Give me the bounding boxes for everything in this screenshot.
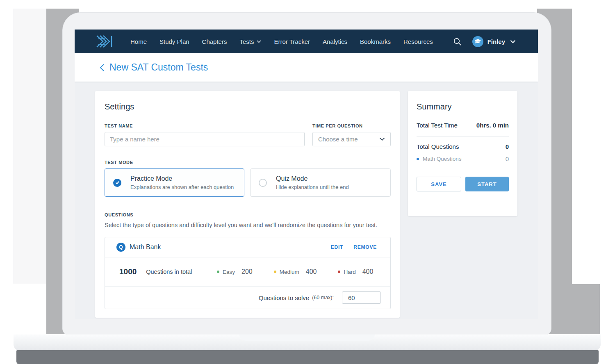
total-test-time-row: Total Test Time 0hrs. 0 min <box>417 122 509 129</box>
edit-bank-link[interactable]: EDIT <box>331 244 344 250</box>
total-questions-value: 0 <box>506 143 509 150</box>
laptop-mockup: Home Study Plan Chapters Tests Error Tra… <box>0 0 615 364</box>
settings-card: Settings TEST NAME TIME PER QUESTION Cho… <box>95 91 400 318</box>
total-question-label: Questions in total <box>146 268 192 275</box>
easy-difficulty-item: Easy 200 <box>217 268 253 275</box>
laptop-deck <box>14 334 601 351</box>
nav-right-cluster: Finley <box>453 36 516 47</box>
summary-card: Summary Total Test Time 0hrs. 0 min Tota… <box>408 91 517 216</box>
test-name-input[interactable] <box>105 132 305 146</box>
total-questions-row: Total Questions 0 <box>417 143 509 150</box>
question-bank-card: Q Math Bank EDIT REMOVE 1000 Questions i… <box>105 237 391 309</box>
time-per-question-select[interactable]: Choose a time <box>312 132 391 146</box>
laptop-base-shadow <box>16 350 599 364</box>
question-bank-icon: Q <box>116 243 125 252</box>
page-title-bar: New SAT Custom Tests <box>75 53 538 82</box>
quiz-mode-description: Hide explanations until the end <box>276 184 349 190</box>
total-test-time-value: 0hrs. 0 min <box>476 122 509 129</box>
bank-name: Math Bank <box>130 243 161 251</box>
backdrop-light-block <box>13 9 47 284</box>
practice-mode-option[interactable]: Practice Mode Explanations are shown aft… <box>105 168 244 197</box>
questions-description: Select the type of questions and difficu… <box>105 222 391 228</box>
math-questions-row: Math Questions 0 <box>417 155 509 162</box>
chevron-down-icon <box>379 137 385 141</box>
search-icon[interactable] <box>453 37 462 46</box>
test-mode-label: TEST MODE <box>105 160 391 165</box>
user-avatar[interactable] <box>472 36 483 47</box>
total-test-time-label: Total Test Time <box>417 122 458 129</box>
user-menu-chevron-icon[interactable] <box>510 40 516 43</box>
nav-item-home[interactable]: Home <box>130 38 147 45</box>
questions-to-solve-max: (60 max): <box>312 295 334 300</box>
summary-heading: Summary <box>417 102 509 111</box>
practice-mode-description: Explanations are shown after each questi… <box>130 184 234 190</box>
top-navbar: Home Study Plan Chapters Tests Error Tra… <box>75 30 538 53</box>
math-questions-label: Math Questions <box>423 156 462 162</box>
app-screen: Home Study Plan Chapters Tests Error Tra… <box>75 30 538 319</box>
questions-label: QUESTIONS <box>105 212 391 217</box>
page-title: New SAT Custom Tests <box>109 62 208 73</box>
quiz-mode-option[interactable]: Quiz Mode Hide explanations until the en… <box>250 168 391 197</box>
nav-item-study-plan[interactable]: Study Plan <box>159 38 189 45</box>
summary-divider <box>417 136 509 137</box>
math-questions-value: 0 <box>506 155 509 162</box>
chevron-down-icon <box>257 40 261 43</box>
settings-heading: Settings <box>105 102 391 111</box>
bank-header: Q Math Bank EDIT REMOVE <box>105 237 390 257</box>
time-select-value: Choose a time <box>318 136 358 143</box>
difficulty-legend: Easy 200 Medium 400 Ha <box>206 268 373 275</box>
hard-dot-icon <box>338 271 340 273</box>
math-bullet-icon <box>417 158 419 160</box>
nav-item-analytics[interactable]: Analytics <box>323 38 347 45</box>
questions-to-solve-input[interactable] <box>342 291 381 304</box>
medium-dot-icon <box>274 271 276 273</box>
bank-stats-row: 1000 Questions in total Easy 200 <box>105 257 390 286</box>
quiz-mode-title: Quiz Mode <box>276 175 349 182</box>
nav-item-error-tracker[interactable]: Error Tracker <box>274 38 310 45</box>
total-questions-label: Total Questions <box>417 143 459 150</box>
test-name-label: TEST NAME <box>105 123 305 128</box>
page-content: Settings TEST NAME TIME PER QUESTION Cho… <box>75 82 538 319</box>
nav-item-bookmarks[interactable]: Bookmarks <box>360 38 391 45</box>
back-icon[interactable] <box>100 64 105 72</box>
questions-to-solve-row: Questions to solve (60 max): <box>105 286 390 309</box>
laptop-screen-bezel: Home Study Plan Chapters Tests Error Tra… <box>62 12 551 335</box>
easy-dot-icon <box>217 271 219 273</box>
time-per-question-label: TIME PER QUESTION <box>312 123 391 128</box>
user-name[interactable]: Finley <box>487 38 505 45</box>
nav-item-chapters[interactable]: Chapters <box>202 38 227 45</box>
medium-difficulty-item: Medium 400 <box>274 268 317 275</box>
remove-bank-link[interactable]: REMOVE <box>353 244 377 250</box>
name-time-row: TEST NAME TIME PER QUESTION Choose a tim… <box>105 123 391 146</box>
nav-items: Home Study Plan Chapters Tests Error Tra… <box>130 38 433 45</box>
selected-check-icon <box>113 179 121 187</box>
save-button[interactable]: SAVE <box>417 177 461 191</box>
questions-to-solve-label: Questions to solve <box>259 294 309 301</box>
practice-mode-title: Practice Mode <box>130 175 234 182</box>
nav-item-tests[interactable]: Tests <box>239 38 261 45</box>
laptop-deck-notch <box>239 334 375 341</box>
nav-item-resources[interactable]: Resources <box>403 38 433 45</box>
total-question-count: 1000 <box>119 267 137 276</box>
radio-unselected-icon <box>259 179 267 187</box>
hard-difficulty-item: Hard 400 <box>338 268 373 275</box>
graduation-cap-icon <box>474 39 481 44</box>
start-button[interactable]: START <box>465 177 509 191</box>
brand-logo-icon[interactable] <box>95 33 114 50</box>
test-mode-options: Practice Mode Explanations are shown aft… <box>105 168 391 197</box>
